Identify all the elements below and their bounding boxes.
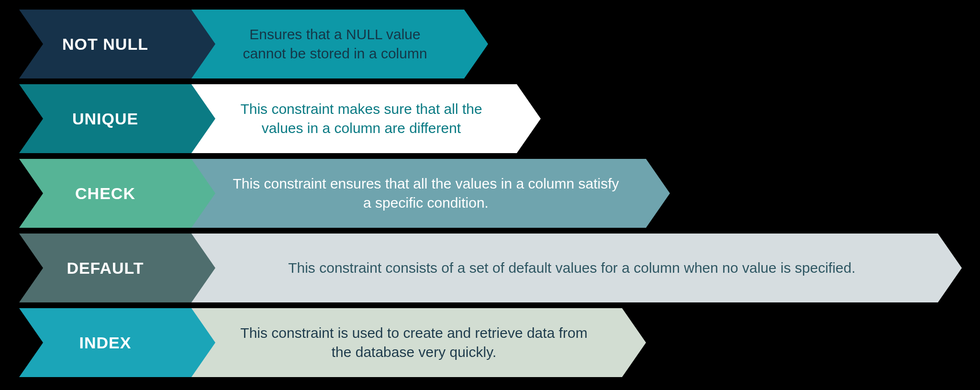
constraint-desc: This constraint makes sure that all the … — [191, 84, 517, 153]
constraint-desc-text: This constraint consists of a set of def… — [288, 258, 856, 278]
constraint-label-text: CHECK — [75, 184, 135, 203]
constraint-label: INDEX — [19, 308, 191, 377]
constraint-label-text: DEFAULT — [67, 259, 144, 278]
constraint-desc-text: This constraint ensures that all the val… — [230, 174, 622, 213]
constraint-desc-text: Ensures that a NULL value cannot be stor… — [230, 25, 440, 64]
constraint-desc-text: This constraint makes sure that all the … — [230, 100, 493, 138]
constraint-desc-text: This constraint is used to create and re… — [230, 323, 598, 362]
constraint-row-unique: UNIQUE This constraint makes sure that a… — [19, 84, 961, 153]
constraint-row-check: CHECK This constraint ensures that all t… — [19, 159, 961, 228]
constraint-label: DEFAULT — [19, 234, 191, 302]
constraint-label-text: NOT NULL — [62, 35, 148, 54]
constraint-row-index: INDEX This constraint is used to create … — [19, 308, 961, 377]
constraint-label: UNIQUE — [19, 84, 191, 153]
constraint-label: CHECK — [19, 159, 191, 228]
constraint-label: NOT NULL — [19, 10, 191, 78]
constraint-desc: This constraint is used to create and re… — [191, 308, 622, 377]
constraint-row-default: DEFAULT This constraint consists of a se… — [19, 234, 961, 302]
constraint-desc: This constraint ensures that all the val… — [191, 159, 646, 228]
constraint-desc: This constraint consists of a set of def… — [191, 234, 938, 302]
constraint-label-text: INDEX — [79, 334, 132, 352]
constraint-desc: Ensures that a NULL value cannot be stor… — [191, 10, 464, 78]
constraint-label-text: UNIQUE — [72, 110, 138, 128]
constraint-row-not-null: NOT NULL Ensures that a NULL value canno… — [19, 10, 961, 78]
